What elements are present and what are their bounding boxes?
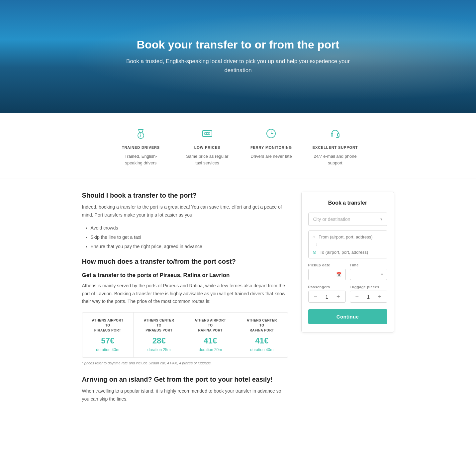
feature-ferry-monitoring-desc: Drivers are never late [250,153,292,160]
features-section: 1 TRAINED DRIVERS Trained, English-speak… [0,113,476,178]
content-column: Should I book a transfer to the port? In… [82,192,288,407]
feature-trained-drivers: 1 TRAINED DRIVERS Trained, English-speak… [118,128,164,166]
feature-trained-drivers-title: TRAINED DRIVERS [118,145,164,150]
passengers-label: Passengers [308,285,346,289]
pickup-date-label: Pickup date [308,263,346,267]
luggage-decrement-button[interactable]: − [354,294,360,300]
price-duration-0: duration 40m [86,347,130,352]
medal-icon: 1 [118,128,164,141]
luggage-label: Luggage pieces [350,285,387,289]
date-time-row: Pickup date 📅 Time ▾ [308,263,387,280]
calendar-icon: 📅 [336,272,341,277]
feature-low-prices-title: LOW PRICES [184,145,231,150]
luggage-group: Luggage pieces − 1 + [350,285,387,303]
chevron-down-icon: ▾ [381,272,383,277]
luggage-value: 1 [367,294,370,300]
price-amount-2: 41€ [188,336,233,345]
hero-section: Book your transfer to or from the port B… [0,0,476,113]
address-connector: ⋮ [309,243,387,246]
price-amount-0: 57€ [86,336,130,345]
price-card-1: ATHENS CENTERTOPIRAEUS PORT 28€ duration… [134,313,185,357]
passengers-group: Passengers − 1 + [308,285,346,303]
hero-title: Book your transfer to or from the port [119,38,358,51]
time-group: Time ▾ [350,263,387,280]
route-label-1: ATHENS CENTERTOPIRAEUS PORT [137,318,181,333]
para-island: When travelling to a popular island, it … [82,387,288,403]
heading-island: Arriving on an island? Get from the port… [82,376,288,383]
main-layout: Should I book a transfer to the port? In… [75,178,401,421]
bullet-right-price: Ensure that you pay the right price, agr… [91,242,288,251]
from-input[interactable] [319,234,383,239]
price-card-2: ATHENS AIRPORTTORAFINA PORT 41€ duration… [185,313,237,357]
svg-rect-9 [331,134,333,136]
address-group: ○ ⋮ ⊙ [308,231,387,258]
city-field: City or destination ▾ [308,213,387,226]
heading-book-transfer: Should I book a transfer to the port? [82,192,288,199]
feature-excellent-support: EXCELLENT SUPPORT 24/7 e-mail and phone … [312,128,358,166]
passengers-counter: − 1 + [308,291,346,303]
money-icon [184,128,231,141]
heading-ports: Get a transfer to the ports of Piraeus, … [82,272,288,279]
hero-content: Book your transfer to or from the port B… [112,38,364,75]
passengers-increment-button[interactable]: + [335,294,341,300]
price-duration-3: duration 40m [239,347,284,352]
price-note: * prices refer to daytime rate and inclu… [82,361,288,365]
route-label-3: ATHENS CENTERTORAFINA PORT [239,318,284,333]
benefits-list: Avoid crowds Skip the line to get a taxi… [82,223,288,251]
price-amount-3: 41€ [239,336,284,345]
heading-cost: How much does a transfer to/from the por… [82,258,288,265]
feature-excellent-support-title: EXCELLENT SUPPORT [312,145,358,150]
to-address-row: ⊙ [309,246,387,258]
price-amount-1: 28€ [137,336,181,345]
circle-icon: ○ [313,234,315,239]
headset-icon [312,128,358,141]
feature-excellent-support-desc: 24/7 e-mail and phone support [312,153,358,166]
para-ports: Athens is mainly served by the ports of … [82,282,288,306]
booking-sidebar: Book a transfer City or destination ▾ ○ … [301,192,394,407]
time-picker[interactable]: ▾ [350,269,387,280]
price-duration-1: duration 25m [137,347,181,352]
booking-card: Book a transfer City or destination ▾ ○ … [301,192,394,332]
from-address-row: ○ [309,231,387,243]
pickup-date-group: Pickup date 📅 [308,263,346,280]
luggage-increment-button[interactable]: + [377,294,383,300]
price-card-3: ATHENS CENTERTORAFINA PORT 41€ duration … [236,313,288,357]
feature-trained-drivers-desc: Trained, English-speaking drivers [118,153,164,166]
para-book-transfer: Indeed, booking a transfer to the port i… [82,203,288,219]
clock-icon [250,128,292,141]
continue-button[interactable]: Continue [308,309,387,324]
route-label-2: ATHENS AIRPORTTORAFINA PORT [188,318,233,333]
svg-text:1: 1 [140,134,141,137]
booking-card-title: Book a transfer [308,200,387,206]
to-input[interactable] [320,250,383,255]
price-duration-2: duration 20m [188,347,233,352]
bullet-avoid-crowds: Avoid crowds [91,223,288,233]
svg-point-5 [206,133,208,135]
feature-ferry-monitoring: FERRY MONITORING Drivers are never late [250,128,292,166]
price-grid: ATHENS AIRPORTTOPIRAEUS PORT 57€ duratio… [82,312,288,358]
passengers-decrement-button[interactable]: − [313,294,319,300]
bullet-skip-line: Skip the line to get a taxi [91,233,288,242]
counter-row: Passengers − 1 + Luggage pieces − 1 + [308,285,387,303]
svg-rect-4 [205,133,210,135]
passengers-value: 1 [326,294,328,300]
feature-low-prices: LOW PRICES Same price as regular taxi se… [184,128,231,166]
luggage-counter: − 1 + [350,291,387,303]
chevron-down-icon: ▾ [380,217,382,222]
city-dropdown[interactable]: City or destination ▾ [308,213,387,226]
city-dropdown-placeholder: City or destination [313,217,350,222]
svg-rect-3 [203,131,212,137]
feature-ferry-monitoring-title: FERRY MONITORING [250,145,292,150]
feature-low-prices-desc: Same price as regular taxi services [184,153,231,166]
date-picker[interactable]: 📅 [308,269,346,280]
hero-subtitle: Book a trusted, English-speaking local d… [119,57,358,75]
route-label-0: ATHENS AIRPORTTOPIRAEUS PORT [86,318,130,333]
time-label: Time [350,263,387,267]
price-card-0: ATHENS AIRPORTTOPIRAEUS PORT 57€ duratio… [82,313,134,357]
pin-icon: ⊙ [313,249,317,255]
svg-rect-10 [337,134,339,136]
